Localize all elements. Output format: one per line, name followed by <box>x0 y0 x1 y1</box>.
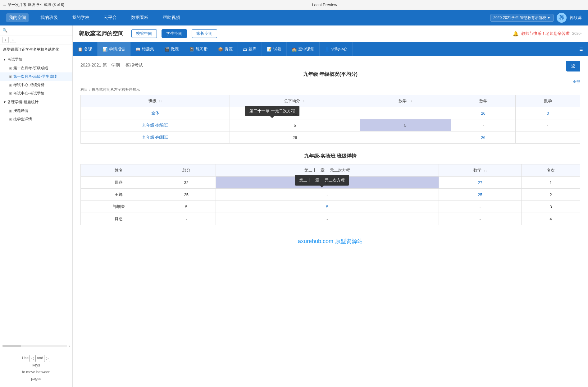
parent-space-btn[interactable]: 家长空间 <box>192 29 217 38</box>
nav-hint-and: and <box>37 356 43 360</box>
prev-arrow-btn[interactable]: ‹ <box>2 37 9 43</box>
class-row3-rank: 3 <box>522 201 580 213</box>
grade-row3-class[interactable]: 九年级-内测班 <box>81 131 230 144</box>
func-prepare[interactable]: 📋 备课 <box>73 42 98 56</box>
func-more[interactable]: ☰ <box>574 42 588 56</box>
page-content: 2020-2021 第一学期 一模拟考试 返 九年级 年级概况(平均分) 全部 … <box>73 56 588 254</box>
sidebar-item-student-score[interactable]: ▣ 第一次月考-班级-学生成绩 <box>0 72 72 81</box>
tree-group-mistake-header[interactable]: ▼ 备课学情-错题统计 <box>0 98 72 107</box>
resource-icon: 📦 <box>218 47 223 52</box>
key-next-box: ▷ <box>44 355 50 362</box>
grade-row1-class[interactable]: 全体 <box>81 107 230 119</box>
grade-row1-math2[interactable]: 26 <box>451 107 516 119</box>
table-row: 邢燕 32 5 27 1 <box>81 177 580 189</box>
func-prepare-label: 备课 <box>84 46 92 52</box>
notice-date: 2020- <box>572 31 582 36</box>
grade-row1-avg: 31 <box>230 107 360 119</box>
sidebar-item-class-score[interactable]: ▣ 第一次月考-班级成绩 <box>0 64 72 72</box>
sidebar-item-by-question-label: 按题详情 <box>13 108 28 113</box>
class-row1-rank: 1 <box>522 177 580 189</box>
scroll-thumb[interactable] <box>2 345 21 347</box>
space-title: 郭欣蕊老师的空间 <box>79 30 124 37</box>
avatar: 郭 <box>557 13 567 23</box>
tree-group-mistake-label: 备课学情-错题统计 <box>7 99 39 105</box>
school-selector[interactable]: 2020-2021学年-智慧教育示范校 ▼ <box>490 14 554 22</box>
sort-math-icon[interactable]: ↑↓ <box>484 169 487 172</box>
search-input[interactable] <box>9 28 70 33</box>
sidebar-item-score-analysis-label: 考试中心-成绩分析 <box>13 82 44 88</box>
class-row4-name: 肖总 <box>81 213 157 225</box>
nav-help-video[interactable]: 帮助视频 <box>160 13 183 22</box>
sort-avg-icon[interactable]: ↑↓ <box>303 99 306 103</box>
table-row: 王锋 25 - 25 2 <box>81 189 580 201</box>
func-resource[interactable]: 📦 资源 <box>213 42 238 56</box>
scroll-right-icon[interactable]: › <box>69 344 70 348</box>
subject-note: 科目：按考试时间从左至右升序展示 <box>80 87 580 92</box>
tree-group-exam: ▼ 考试学情 ▣ 第一次月考-班级成绩 ▣ 第一次月考-班级-学生成绩 ▣ 考试… <box>0 55 72 98</box>
sort-math1-icon[interactable]: ↑↓ <box>409 99 412 103</box>
tree-group-exam-header[interactable]: ▼ 考试学情 <box>0 55 72 64</box>
table-row: 九年级-内测班 26 - 26 - <box>81 131 580 144</box>
page-subtitle: 2020-2021 第一学期 一模拟考试 <box>80 62 143 67</box>
table-row: 九年级-实验班 5 5 - - <box>81 119 580 131</box>
func-bank[interactable]: 🗃 题库 <box>238 42 262 56</box>
th-total: 总分 <box>157 164 216 177</box>
sidebar-item-by-student-label: 按学生详情 <box>13 117 32 122</box>
sidebar-item-score-analysis[interactable]: ▣ 考试中心-成绩分析 <box>0 81 72 89</box>
nav-my-space[interactable]: 我的空间 <box>6 13 29 22</box>
th-math2: 数学 <box>451 95 516 107</box>
prepare-icon: 📋 <box>78 47 83 52</box>
func-workbook[interactable]: 📓 练习册 <box>184 42 213 56</box>
titlebar: ≡ 第一次月考-班级-学生成绩 (3 of 8) Local Preview <box>0 0 588 10</box>
page-header-area: 2020-2021 第一学期 一模拟考试 返 <box>80 62 580 68</box>
micro-icon: 🎬 <box>164 47 169 52</box>
grade-table-header-row: 班级 ↑↓ 总平均分 ↑↓ 数学 ↑↓ <box>81 95 580 107</box>
sidebar-item-by-question[interactable]: ▣ 按题详情 <box>0 107 72 115</box>
grade-row2-math1: 5 <box>360 119 451 131</box>
school-year-label: 2020-2021学年-智慧教育示范校 <box>493 16 546 20</box>
func-micro[interactable]: 🎬 微课 <box>159 42 184 56</box>
func-report[interactable]: 📊 学情报告 <box>98 42 130 56</box>
sidebar-item-student-score-label: 第一次月考-班级-学生成绩 <box>13 74 57 79</box>
nav-cloud[interactable]: 云平台 <box>101 13 119 22</box>
func-paper[interactable]: 📝 试卷 <box>262 42 287 56</box>
grade-overview-title: 九年级 年级概况(平均分) <box>80 71 580 78</box>
func-help[interactable]: 👤 求助中心 <box>320 42 353 56</box>
class-row2-rank: 2 <box>522 189 580 201</box>
next-arrow-btn[interactable]: › <box>10 37 16 43</box>
class-row2-math[interactable]: 25 <box>439 189 522 201</box>
class-row4-total: - <box>157 213 216 225</box>
grade-row3-math2[interactable]: 26 <box>451 131 516 144</box>
sort-class-icon[interactable]: ↑↓ <box>159 99 162 103</box>
add-optimization-btn[interactable]: 新增错题订正学生名单和考试优化 <box>0 44 72 55</box>
sidebar-item-by-student[interactable]: ▣ 按学生详情 <box>0 115 72 123</box>
class-row1-math[interactable]: 27 <box>439 177 522 189</box>
return-button[interactable]: 返 <box>566 61 580 71</box>
class-table: 姓名 总分 第二十一章 一元二次方程 数学 ↑↓ 名次 <box>80 164 580 225</box>
grade-fulllink[interactable]: 全部 <box>80 79 580 85</box>
nav-dashboard[interactable]: 数据看板 <box>129 13 151 22</box>
page-icon-3: ▣ <box>9 83 12 87</box>
class-row3-chapter[interactable]: 5 <box>216 201 439 213</box>
func-resource-label: 资源 <box>225 46 233 52</box>
paper-icon: 📝 <box>267 47 272 52</box>
class-row4-chapter: - <box>216 213 439 225</box>
main-content: 郭欣蕊老师的空间 校管空间 学生空间 家长空间 🔔 教师节快乐！老师您辛苦啦 2… <box>73 25 588 387</box>
school-space-btn[interactable]: 校管空间 <box>131 29 157 38</box>
func-online-class[interactable]: 🏫 空中课堂 <box>287 42 320 56</box>
func-mistake[interactable]: 📖 错题集 <box>130 42 159 56</box>
student-space-btn[interactable]: 学生空间 <box>162 29 187 38</box>
class-row1-chapter: 5 <box>216 177 439 189</box>
expand-arrow-icon-2: ▼ <box>3 100 6 104</box>
grade-row1-math3[interactable]: 0 <box>516 107 580 119</box>
scroll-indicator: › <box>0 342 72 350</box>
sidebar-tree: ▼ 考试学情 ▣ 第一次月考-班级成绩 ▣ 第一次月考-班级-学生成绩 ▣ 考试… <box>0 55 72 343</box>
sidebar-item-exam-situation[interactable]: ▣ 考试中心-考试学情 <box>0 89 72 98</box>
grade-row2-class[interactable]: 九年级-实验班 <box>81 119 230 131</box>
nav-my-school[interactable]: 我的学校 <box>70 13 92 22</box>
sidebar-bottom-hint: Use ◁ and ▷ keys to move between pages <box>0 350 72 387</box>
func-report-label: 学情报告 <box>109 46 125 52</box>
grade-row2-avg: 5 <box>230 119 360 131</box>
top-nav-right: 2020-2021学年-智慧教育示范校 ▼ 郭 郭欣蕊 <box>490 13 582 23</box>
nav-my-class[interactable]: 我的班级 <box>38 13 60 22</box>
